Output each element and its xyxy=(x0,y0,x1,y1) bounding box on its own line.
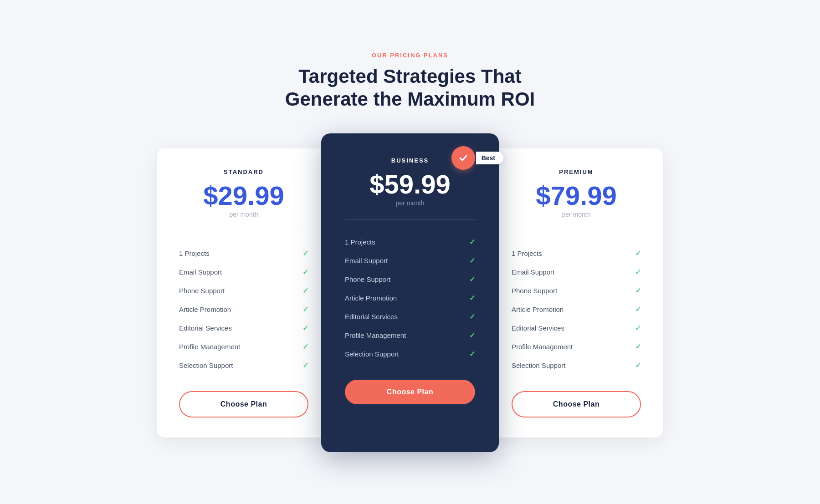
feature-list-standard: 1 Projects ✓ Email Support ✓ Phone Suppo… xyxy=(179,244,308,375)
check-icon: ✓ xyxy=(302,268,308,276)
check-icon: ✓ xyxy=(302,249,308,258)
feature-label: Phone Support xyxy=(345,275,390,283)
feature-item: Profile Management ✓ xyxy=(345,326,475,345)
plan-period-standard: per month xyxy=(179,211,308,218)
check-icon: ✓ xyxy=(635,324,641,332)
feature-label: 1 Projects xyxy=(512,249,542,257)
check-icon: ✓ xyxy=(469,256,475,265)
feature-label: Selection Support xyxy=(512,361,565,369)
pricing-subtitle: OUR PRICING PLANS xyxy=(285,52,535,59)
best-badge: Best xyxy=(451,146,503,170)
plan-period-premium: per month xyxy=(512,211,641,218)
feature-label: 1 Projects xyxy=(179,249,210,257)
plan-card-premium: PREMIUM $79.99 per month 1 Projects ✓ Em… xyxy=(490,148,663,438)
feature-label: Selection Support xyxy=(179,361,233,369)
plan-divider-business xyxy=(345,219,475,220)
check-icon: ✓ xyxy=(302,286,308,295)
check-icon: ✓ xyxy=(635,361,641,370)
feature-item: Article Promotion ✓ xyxy=(345,289,475,307)
feature-item: Email Support ✓ xyxy=(179,263,308,281)
check-icon: ✓ xyxy=(302,324,308,332)
feature-list-premium: 1 Projects ✓ Email Support ✓ Phone Suppo… xyxy=(512,244,641,375)
title-line1: Targeted Strategies That xyxy=(298,66,521,87)
check-icon: ✓ xyxy=(302,361,308,370)
feature-item: Phone Support ✓ xyxy=(512,281,641,300)
check-icon: ✓ xyxy=(635,305,641,314)
feature-item: 1 Projects ✓ xyxy=(345,233,475,251)
plan-name-premium: PREMIUM xyxy=(512,168,641,175)
feature-item: Selection Support ✓ xyxy=(179,356,308,375)
feature-label: Article Promotion xyxy=(345,294,397,302)
feature-item: Editorial Services ✓ xyxy=(345,307,475,326)
feature-label: Email Support xyxy=(512,268,554,276)
plan-divider-standard xyxy=(179,231,308,231)
best-circle-icon xyxy=(451,146,475,170)
feature-item: Article Promotion ✓ xyxy=(179,300,308,319)
plan-card-standard: STANDARD $29.99 per month 1 Projects ✓ E… xyxy=(157,148,330,438)
check-icon: ✓ xyxy=(302,305,308,314)
pricing-title: Targeted Strategies That Generate the Ma… xyxy=(285,65,535,111)
choose-plan-button-business[interactable]: Choose Plan xyxy=(345,380,475,404)
check-icon: ✓ xyxy=(469,331,475,340)
feature-item: Editorial Services ✓ xyxy=(179,319,308,337)
check-icon: ✓ xyxy=(469,238,475,246)
check-icon: ✓ xyxy=(635,342,641,351)
plan-name-standard: STANDARD xyxy=(179,168,308,175)
feature-item: Selection Support ✓ xyxy=(512,356,641,375)
feature-item: Article Promotion ✓ xyxy=(512,300,641,319)
plan-price-business: $59.99 xyxy=(345,171,475,198)
feature-label: Email Support xyxy=(179,268,222,276)
check-icon: ✓ xyxy=(302,342,308,351)
feature-label: Email Support xyxy=(345,257,388,265)
feature-label: Profile Management xyxy=(512,343,573,351)
check-icon: ✓ xyxy=(469,312,475,321)
feature-item: 1 Projects ✓ xyxy=(179,244,308,263)
choose-plan-button-standard[interactable]: Choose Plan xyxy=(179,391,308,417)
feature-item: Profile Management ✓ xyxy=(179,337,308,356)
feature-label: Editorial Services xyxy=(512,324,564,332)
check-icon: ✓ xyxy=(635,249,641,258)
feature-label: Phone Support xyxy=(512,287,557,295)
feature-item: Profile Management ✓ xyxy=(512,337,641,356)
check-icon: ✓ xyxy=(469,350,475,358)
check-icon: ✓ xyxy=(469,294,475,302)
plan-price-standard: $29.99 xyxy=(179,183,308,209)
page-header: OUR PRICING PLANS Targeted Strategies Th… xyxy=(285,52,535,111)
feature-label: Article Promotion xyxy=(512,305,564,313)
feature-item: Email Support ✓ xyxy=(345,251,475,270)
feature-label: Profile Management xyxy=(179,343,240,351)
plans-container: STANDARD $29.99 per month 1 Projects ✓ E… xyxy=(157,133,663,452)
choose-plan-button-premium[interactable]: Choose Plan xyxy=(512,391,641,417)
feature-label: Phone Support xyxy=(179,287,225,295)
feature-label: 1 Projects xyxy=(345,238,375,246)
checkmark-icon xyxy=(458,153,469,163)
feature-label: Editorial Services xyxy=(345,313,398,321)
feature-label: Profile Management xyxy=(345,331,406,339)
feature-item: Email Support ✓ xyxy=(512,263,641,281)
feature-item: 1 Projects ✓ xyxy=(512,244,641,263)
feature-item: Phone Support ✓ xyxy=(345,270,475,289)
plan-price-premium: $79.99 xyxy=(512,183,641,209)
feature-item: Selection Support ✓ xyxy=(345,345,475,363)
check-icon: ✓ xyxy=(635,268,641,276)
feature-label: Editorial Services xyxy=(179,324,232,332)
plan-period-business: per month xyxy=(345,199,475,207)
feature-label: Selection Support xyxy=(345,350,399,358)
feature-label: Article Promotion xyxy=(179,305,231,313)
plan-divider-premium xyxy=(512,231,641,231)
feature-item: Editorial Services ✓ xyxy=(512,319,641,337)
check-icon: ✓ xyxy=(469,275,475,284)
feature-list-business: 1 Projects ✓ Email Support ✓ Phone Suppo… xyxy=(345,233,475,363)
check-icon: ✓ xyxy=(635,286,641,295)
title-line2: Generate the Maximum ROI xyxy=(285,88,535,110)
feature-item: Phone Support ✓ xyxy=(179,281,308,300)
best-label: Best xyxy=(476,152,503,164)
plan-card-business: Best BUSINESS $59.99 per month 1 Project… xyxy=(321,133,499,452)
